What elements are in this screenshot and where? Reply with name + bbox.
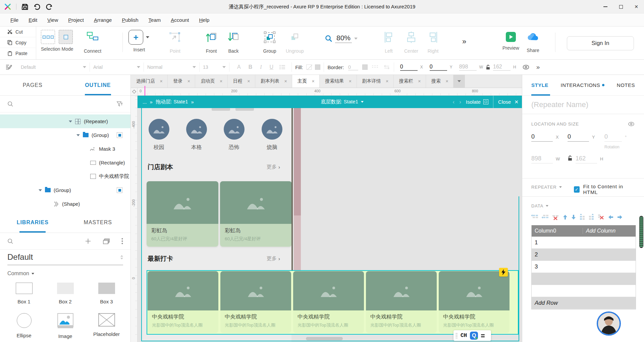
more-link[interactable]: 更多› [267, 164, 280, 170]
drag-handle-icon[interactable] [455, 333, 458, 339]
delete-column-icon[interactable] [597, 214, 605, 220]
page-tab[interactable]: 登录✕ [168, 75, 195, 88]
share-group[interactable]: Share [526, 30, 540, 53]
kebab-menu-icon[interactable] [121, 238, 123, 244]
selected-state-badge[interactable] [117, 187, 122, 193]
fit-content-checkbox[interactable]: ✓ [574, 186, 580, 193]
style-editor-icon[interactable] [0, 64, 17, 70]
tab-interactions[interactable]: INTERACTIONS [560, 75, 604, 96]
add-column-left-icon[interactable] [579, 214, 585, 221]
add-column-header[interactable]: Add Column [583, 228, 636, 234]
selected-state-badge[interactable] [117, 132, 122, 138]
move-column-left-icon[interactable] [608, 214, 614, 220]
fill-color-swatch[interactable] [306, 64, 312, 70]
maximize-button[interactable] [613, 0, 629, 13]
checkin-card[interactable]: 中央戏精学院 光影国中的Top顶流名人圈 [366, 271, 437, 333]
data-layer-select[interactable]: 底层数据: State1 [299, 99, 386, 105]
menu-view[interactable]: View [43, 15, 62, 25]
move-row-down-icon[interactable] [571, 214, 576, 220]
chevrons-right-icon[interactable]: » [462, 37, 466, 46]
sign-in-button[interactable]: Sign In [567, 36, 634, 50]
category-item[interactable]: 本格 [183, 119, 210, 151]
ime-language[interactable]: CH [461, 333, 467, 339]
category-item[interactable]: 校园 [146, 119, 172, 151]
tree-item-repeater[interactable]: (Repeater) [0, 114, 130, 128]
tree-item-group1[interactable]: (Group) [0, 128, 130, 142]
add-library-icon[interactable] [85, 238, 91, 244]
library-select[interactable]: Default [7, 252, 123, 265]
width-input[interactable]: 898 [531, 155, 553, 163]
page-tab[interactable]: 日程✕ [228, 75, 255, 88]
close-tab-icon[interactable]: ✕ [418, 79, 421, 84]
page-tab[interactable]: 搜索✕ [426, 75, 453, 88]
ime-engine-icon[interactable]: Q [470, 332, 478, 340]
add-column-right-icon[interactable] [588, 214, 594, 221]
minimize-button[interactable] [598, 0, 613, 13]
copy-button[interactable]: Copy [0, 37, 36, 48]
checkin-card[interactable]: 中央戏精学院 光影国中的Top顶流名人圈 [293, 271, 364, 333]
add-row-button[interactable]: Add Row [532, 297, 636, 309]
tab-outline[interactable]: OUTLINE [65, 75, 131, 95]
x-position-input[interactable]: 0 [400, 64, 418, 71]
store-card[interactable]: 彩虹岛 60人已完/4星好评 [147, 181, 218, 247]
tab-libraries[interactable]: LIBRARIES [0, 212, 65, 233]
width-input[interactable]: 898 [459, 64, 477, 71]
move-column-right-icon[interactable] [617, 214, 623, 220]
zoom-caret-icon[interactable] [354, 38, 358, 40]
close-button[interactable]: ✕ [629, 0, 644, 13]
data-row[interactable]: 2 [532, 249, 636, 261]
bold-button[interactable]: B [247, 64, 254, 70]
widget-box3[interactable]: Box 3 [86, 283, 127, 304]
design-canvas[interactable]: 校园 本格 恐怖 烧脑 [138, 96, 522, 342]
menu-publish[interactable]: Publish [117, 15, 143, 25]
breadcrumb-layer[interactable]: 拖动层: State1 [156, 99, 188, 105]
page-tab[interactable]: 剧本列表✕ [255, 75, 292, 88]
cut-button[interactable]: Cut [0, 27, 36, 37]
filter-icon[interactable] [116, 101, 123, 107]
close-tab-icon[interactable]: ✕ [312, 79, 315, 84]
breadcrumb-ellipsis[interactable]: ... [143, 99, 147, 105]
close-tab-icon[interactable]: ✕ [284, 79, 287, 84]
ime-menu-icon[interactable] [481, 334, 485, 337]
category-item[interactable]: 恐怖 [221, 119, 248, 151]
underline-button[interactable]: U [268, 64, 275, 70]
close-tab-icon[interactable]: ✕ [219, 79, 222, 84]
font-size-select[interactable]: 13 [200, 64, 229, 70]
insert-icon[interactable]: + [128, 30, 143, 45]
data-row[interactable] [532, 273, 636, 285]
x-input[interactable]: 0 [531, 133, 553, 142]
tree-item-mask[interactable]: Mask 3 [0, 142, 130, 156]
page-scrollbar[interactable] [294, 108, 301, 270]
menu-edit[interactable]: Edit [24, 15, 42, 25]
font-color-button[interactable]: A [235, 64, 243, 70]
page-tab[interactable]: 搜索结果✕ [320, 75, 357, 88]
collapse-arrow-icon[interactable] [39, 189, 42, 191]
user-avatar[interactable] [597, 311, 621, 336]
tree-item-shape[interactable]: (Shape) [0, 197, 130, 211]
move-row-up-icon[interactable] [562, 214, 568, 220]
isolate-button[interactable]: Isolate [466, 99, 488, 105]
add-row-above-icon[interactable] [531, 214, 539, 220]
tab-list-dropdown[interactable] [453, 75, 465, 88]
interaction-lightning-icon[interactable] [499, 268, 508, 277]
height-input[interactable]: 162 [576, 155, 597, 163]
font-style-select[interactable]: Normal [144, 64, 199, 70]
tab-pages[interactable]: PAGES [0, 75, 65, 95]
tab-masters[interactable]: MASTERS [65, 212, 131, 233]
delete-row-icon[interactable] [552, 214, 559, 220]
column-header[interactable]: Column0 [532, 228, 583, 234]
library-category[interactable]: Common [7, 271, 123, 277]
checkin-card[interactable]: 中央戏精学院 光影国中的Top顶流名人圈 [439, 271, 509, 333]
checkin-card[interactable]: 中央戏精学院 光影国中的Top顶流名人圈 [220, 271, 291, 333]
checkin-card[interactable]: 中央戏精学院 光影国中的Top顶流名人圈 [148, 271, 218, 333]
select-contain-button[interactable] [59, 30, 73, 44]
page-tab-active[interactable]: 主页✕ [292, 75, 320, 88]
connect-group[interactable]: Connect [84, 30, 101, 54]
widget-placeholder[interactable]: Placeholder [86, 313, 127, 339]
tree-item-text[interactable]: 中央戏精学院 [0, 169, 130, 183]
close-isolation-button[interactable]: Close ✕ [498, 99, 519, 105]
search-icon[interactable] [7, 238, 13, 244]
duplicate-icon[interactable] [103, 238, 110, 244]
close-tab-icon[interactable]: ✕ [247, 79, 250, 84]
close-tab-icon[interactable]: ✕ [348, 79, 352, 84]
